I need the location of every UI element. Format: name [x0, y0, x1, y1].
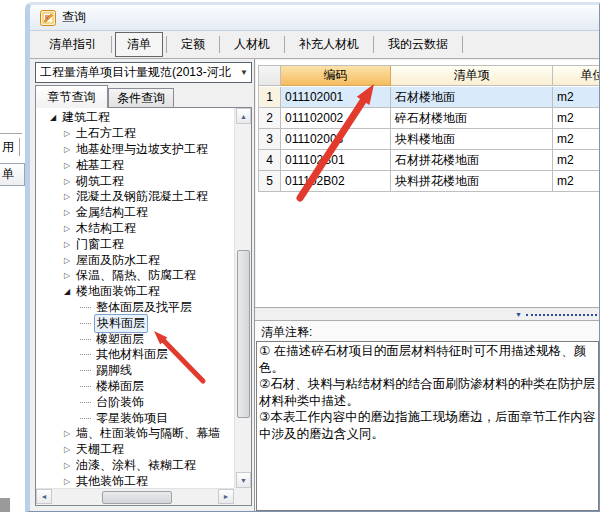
tree-item[interactable]: 踢脚线	[36, 363, 234, 379]
tree-collapsed-icon[interactable]: ▷	[62, 240, 72, 249]
table-corner-header[interactable]	[259, 66, 281, 86]
tab-separator	[373, 36, 374, 53]
tree-collapsed-icon[interactable]: ▷	[62, 224, 72, 233]
tree-collapsed-icon[interactable]: ▷	[62, 477, 72, 486]
cell-unit[interactable]: m2	[553, 87, 600, 108]
tree-collapsed-icon[interactable]: ▷	[62, 429, 72, 438]
cell-unit[interactable]: m2	[553, 129, 600, 150]
tab-list-guide[interactable]: 清单指引	[38, 33, 108, 56]
tree-collapsed-icon[interactable]: ▷	[62, 129, 72, 138]
tree-collapsed-icon[interactable]: ▷	[62, 445, 72, 454]
splitter-collapse-handle[interactable]: ▼	[515, 310, 597, 319]
cell-code[interactable]: 011102002	[281, 108, 391, 129]
tab-supplement-labor-material[interactable]: 补充人材机	[288, 33, 370, 56]
tree-item[interactable]: 楼梯面层	[36, 379, 234, 395]
cell-unit[interactable]: m2	[553, 150, 600, 171]
scroll-left-icon[interactable]: ◄	[36, 489, 52, 504]
tree-item[interactable]: ▷油漆、涂料、裱糊工程	[36, 458, 234, 474]
row-number[interactable]: 1	[259, 87, 281, 108]
row-number[interactable]: 4	[259, 150, 281, 171]
cell-item[interactable]: 块料拼花楼地面	[391, 171, 553, 192]
query-dialog: 查询 清单指引 清单 定额 人材机 补充人材机 我的云数据 工程量清单项目计量规…	[25, 2, 600, 512]
tree-collapsed-icon[interactable]: ▷	[62, 145, 72, 154]
row-number[interactable]: 2	[259, 108, 281, 129]
tree-item[interactable]: 其他材料面层	[36, 347, 234, 363]
tree-item[interactable]: ▷桩基工程	[36, 157, 234, 173]
scroll-up-icon[interactable]: ▲	[236, 108, 251, 124]
tree-item[interactable]: 整体面层及找平层	[36, 300, 234, 316]
spec-dropdown[interactable]: 工程量清单项目计量规范(2013-河北 ▼	[35, 62, 252, 83]
cell-item[interactable]: 石材楼地面	[391, 87, 553, 108]
cell-unit[interactable]: m2	[553, 108, 600, 129]
tree-item-selected[interactable]: 块料面层	[36, 315, 234, 331]
title-bar[interactable]: 查询	[30, 5, 599, 31]
tree-collapsed-icon[interactable]: ▷	[62, 161, 72, 170]
tree-vertical-scrollbar[interactable]: ▲ ▼	[234, 108, 251, 488]
tree-horizontal-scrollbar[interactable]: ◄ ►	[36, 488, 234, 505]
scroll-right-icon[interactable]: ►	[218, 489, 234, 504]
notes-section: 清单注释: ① 在描述碎石材项目的面层材料特征时可不用描述规格、颜色。 ②石材、…	[255, 321, 599, 511]
tree-item[interactable]: ▷保温、隔热、防腐工程	[36, 268, 234, 284]
tab-list[interactable]: 清单	[115, 32, 163, 57]
cell-code[interactable]: 011102B02	[281, 171, 391, 192]
row-number[interactable]: 5	[259, 171, 281, 192]
tab-my-cloud-data[interactable]: 我的云数据	[377, 33, 459, 56]
tree-item[interactable]: ▷金属结构工程	[36, 205, 234, 221]
main-tab-bar: 清单指引 清单 定额 人材机 补充人材机 我的云数据	[30, 31, 599, 59]
cell-code[interactable]: 011102003	[281, 129, 391, 150]
scrollbar-thumb[interactable]	[102, 491, 172, 504]
column-header-item[interactable]: 清单项	[391, 66, 553, 86]
note-line: ① 在描述碎石材项目的面层材料特征时可不用描述规格、颜色。	[259, 343, 596, 376]
list-grid-area: 编码 清单项 单位 1 011102001 石材楼地面 m2 2 0111020…	[256, 60, 599, 307]
subtab-chapter-query[interactable]: 章节查询	[35, 85, 108, 108]
tree-item[interactable]: ▷砌筑工程	[36, 173, 234, 189]
tree-item[interactable]: ▷混凝土及钢筋混凝土工程	[36, 189, 234, 205]
note-line: ③本表工作内容中的磨边指施工现场磨边，后面章节工作内容中涉及的磨边含义同。	[259, 409, 596, 442]
tree-item[interactable]: ◢建筑工程	[36, 110, 234, 126]
tree-expanded-icon[interactable]: ◢	[48, 113, 58, 122]
background-fragment: 用	[2, 137, 20, 157]
panel-splitter[interactable]: ▼	[255, 307, 599, 321]
tree-collapsed-icon[interactable]: ▷	[62, 208, 72, 217]
tree-item[interactable]: ▷门窗工程	[36, 236, 234, 252]
tab-quota[interactable]: 定额	[170, 33, 216, 56]
tree-collapsed-icon[interactable]: ▷	[62, 461, 72, 470]
tree-collapsed-icon[interactable]: ▷	[62, 256, 72, 265]
screen: { "window": { "title": "查询" }, "tabs": {…	[0, 0, 600, 512]
tab-separator	[284, 36, 285, 53]
background-fragment	[0, 498, 10, 512]
cell-code[interactable]: 011102B01	[281, 150, 391, 171]
tree-collapsed-icon[interactable]: ▷	[62, 192, 72, 201]
notes-title: 清单注释:	[261, 324, 312, 341]
tree-item[interactable]: 零星装饰项目	[36, 410, 234, 426]
tree-expanded-icon[interactable]: ◢	[62, 287, 72, 296]
tree-collapsed-icon[interactable]: ▷	[62, 177, 72, 186]
tree-item[interactable]: ▷地基处理与边坡支护工程	[36, 142, 234, 158]
column-header-unit[interactable]: 单位	[553, 66, 600, 86]
cell-item[interactable]: 石材拼花楼地面	[391, 150, 553, 171]
note-line: ②石材、块料与粘结材料的结合面刷防渗材料的种类在防护层材料种类中描述。	[259, 376, 596, 409]
tree-item[interactable]: ▷屋面及防水工程	[36, 252, 234, 268]
splitter-dots	[526, 314, 597, 316]
column-header-code[interactable]: 编码	[281, 66, 391, 86]
scroll-down-icon[interactable]: ▼	[236, 472, 251, 488]
tree-item[interactable]: ▷墙、柱面装饰与隔断、幕墙	[36, 426, 234, 442]
tree-item[interactable]: ▷天棚工程	[36, 442, 234, 458]
cell-unit[interactable]: m2	[553, 171, 600, 192]
cell-item[interactable]: 碎石材楼地面	[391, 108, 553, 129]
tree-item[interactable]: 台阶装饰	[36, 394, 234, 410]
tree-item[interactable]: ▷木结构工程	[36, 221, 234, 237]
tree-item[interactable]: 橡塑面层	[36, 331, 234, 347]
splitter-collapse-icon: ▼	[515, 311, 522, 318]
row-number[interactable]: 3	[259, 129, 281, 150]
tab-labor-material[interactable]: 人材机	[223, 33, 281, 56]
subtab-condition-query[interactable]: 条件查询	[108, 88, 174, 108]
tree-item[interactable]: ▷土石方工程	[36, 126, 234, 142]
cell-item[interactable]: 块料楼地面	[391, 129, 553, 150]
tree-item[interactable]: ▷其他装饰工程	[36, 473, 234, 488]
cell-code[interactable]: 011102001	[281, 87, 391, 108]
query-app-icon	[40, 10, 56, 26]
tree-collapsed-icon[interactable]: ▷	[62, 271, 72, 280]
tree-item[interactable]: ◢楼地面装饰工程	[36, 284, 234, 300]
scrollbar-thumb[interactable]	[237, 250, 250, 418]
